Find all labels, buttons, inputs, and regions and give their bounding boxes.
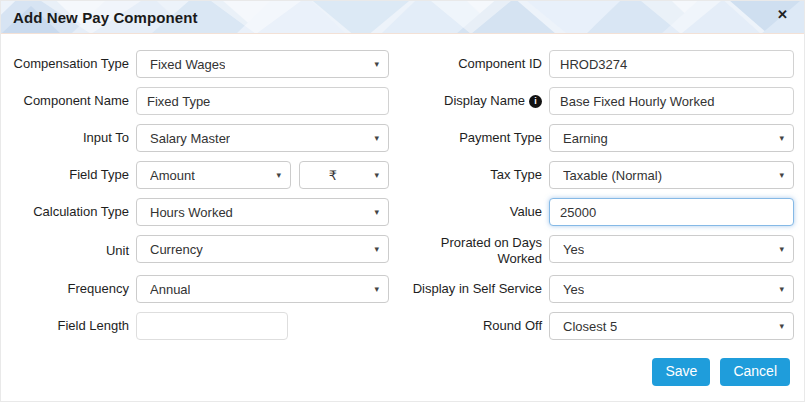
input-to-label: Input To	[1, 124, 129, 152]
value-label: Value	[396, 198, 542, 226]
form-field	[549, 198, 794, 226]
input-to-select[interactable]: Salary Master ▾	[136, 124, 389, 152]
prorated-on-days-worked-select[interactable]: Yes ▾	[549, 235, 794, 263]
field-length-label: Field Length	[1, 312, 129, 340]
field-length-input[interactable]	[136, 312, 288, 340]
pay-component-form: Compensation Type Fixed Wages ▾ Componen…	[1, 34, 804, 340]
chevron-down-icon: ▾	[374, 208, 379, 217]
frequency-select[interactable]: Annual ▾	[136, 275, 389, 303]
display-in-self-service-select[interactable]: Yes ▾	[549, 275, 794, 303]
form-field: Taxable (Normal) ▾	[549, 161, 794, 189]
chevron-down-icon: ▾	[374, 171, 379, 180]
select-value: Earning	[563, 131, 608, 146]
display-name-label-text: Display Name	[444, 93, 525, 109]
prorated-on-days-worked-label: Prorated on Days Worked	[396, 235, 542, 266]
payment-type-select[interactable]: Earning ▾	[549, 124, 794, 152]
unit-label: Unit	[1, 235, 129, 266]
calculation-type-select[interactable]: Hours Worked ▾	[136, 198, 389, 226]
form-field: Salary Master ▾	[136, 124, 389, 152]
compensation-type-label: Compensation Type	[1, 50, 129, 78]
frequency-label: Frequency	[1, 275, 129, 303]
payment-type-label: Payment Type	[396, 124, 542, 152]
chevron-down-icon: ▾	[779, 245, 784, 254]
chevron-down-icon: ▾	[276, 171, 281, 180]
form-field: Hours Worked ▾	[136, 198, 389, 226]
chevron-down-icon: ▾	[779, 285, 784, 294]
form-field	[549, 50, 794, 78]
component-id-label: Component ID	[396, 50, 542, 78]
select-value: Yes	[563, 282, 584, 297]
compensation-type-select[interactable]: Fixed Wages ▾	[136, 50, 389, 78]
currency-symbol-select[interactable]: ₹ ▾	[299, 161, 389, 189]
chevron-down-icon: ▾	[779, 171, 784, 180]
form-field: Currency ▾	[136, 235, 389, 266]
field-type-label: Field Type	[1, 161, 129, 189]
display-in-self-service-label: Display in Self Service	[396, 275, 542, 303]
component-name-input[interactable]	[136, 87, 389, 115]
chevron-down-icon: ▾	[374, 134, 379, 143]
select-value: Yes	[563, 242, 584, 257]
form-field: Fixed Wages ▾	[136, 50, 389, 78]
chevron-down-icon: ▾	[374, 60, 379, 69]
select-value: Taxable (Normal)	[563, 168, 662, 183]
field-type-select[interactable]: Amount ▾	[136, 161, 291, 189]
form-field: Yes ▾	[549, 275, 794, 303]
round-off-select[interactable]: Closest 5 ▾	[549, 312, 794, 340]
select-value: ₹	[300, 168, 366, 183]
save-button[interactable]: Save	[652, 358, 710, 385]
select-value: Amount	[150, 168, 195, 183]
calculation-type-label: Calculation Type	[1, 198, 129, 226]
form-field: Amount ▾ ₹ ▾	[136, 161, 389, 189]
cancel-button[interactable]: Cancel	[720, 358, 790, 385]
add-pay-component-modal: Add New Pay Component ✕ Compensation Typ…	[0, 0, 805, 402]
tax-type-select[interactable]: Taxable (Normal) ▾	[549, 161, 794, 189]
component-id-input[interactable]	[549, 50, 794, 78]
chevron-down-icon: ▾	[374, 285, 379, 294]
chevron-down-icon: ▾	[779, 134, 784, 143]
form-field: Earning ▾	[549, 124, 794, 152]
form-field	[549, 87, 794, 115]
display-name-input[interactable]	[549, 87, 794, 115]
form-field	[136, 87, 389, 115]
select-value: Salary Master	[150, 131, 230, 146]
select-value: Closest 5	[563, 319, 617, 334]
select-value: Annual	[150, 282, 190, 297]
select-value: Currency	[150, 242, 203, 257]
select-value: Hours Worked	[150, 205, 233, 220]
form-field: Yes ▾	[549, 235, 794, 266]
form-field: Annual ▾	[136, 275, 389, 303]
round-off-label: Round Off	[396, 312, 542, 340]
display-name-label: Display Name i	[396, 87, 542, 115]
unit-select[interactable]: Currency ▾	[136, 235, 389, 263]
value-input[interactable]	[549, 198, 794, 226]
modal-header: Add New Pay Component ✕	[1, 1, 804, 34]
tax-type-label: Tax Type	[396, 161, 542, 189]
modal-title: Add New Pay Component	[1, 1, 804, 26]
close-icon[interactable]: ✕	[777, 8, 788, 21]
modal-footer: Save Cancel	[1, 340, 804, 385]
info-icon[interactable]: i	[529, 95, 542, 108]
chevron-down-icon: ▾	[374, 245, 379, 254]
component-name-label: Component Name	[1, 87, 129, 115]
chevron-down-icon: ▾	[779, 322, 784, 331]
select-value: Fixed Wages	[150, 57, 225, 72]
form-field: Closest 5 ▾	[549, 312, 794, 340]
form-field	[136, 312, 389, 340]
